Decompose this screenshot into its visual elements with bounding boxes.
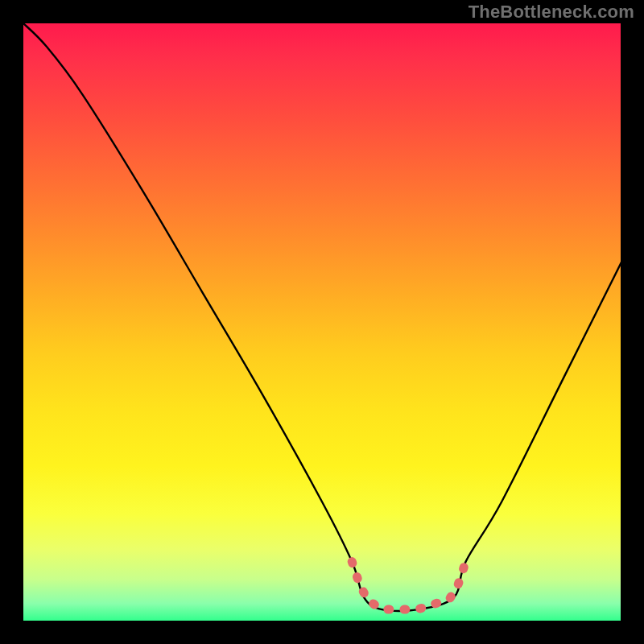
bottleneck-chart bbox=[0, 0, 644, 644]
gradient-background bbox=[23, 23, 621, 621]
chart-frame: { "watermark": "TheBottleneck.com", "col… bbox=[0, 0, 644, 644]
